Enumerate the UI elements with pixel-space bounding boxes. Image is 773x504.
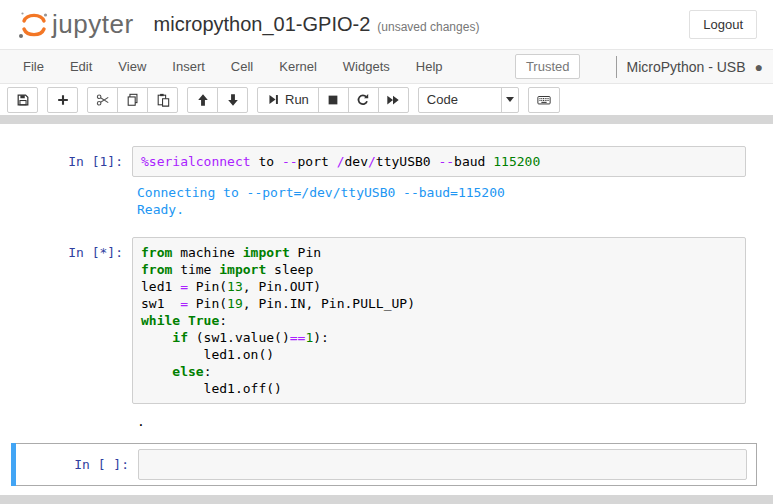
page-bottom-strip: [0, 495, 773, 504]
input-prompt: In [1]:: [0, 146, 132, 177]
code-editor[interactable]: [147, 456, 738, 473]
cell-2-output: .: [0, 413, 773, 430]
cell-1-output: Connecting to --port=/dev/ttyUSB0 --baud…: [0, 184, 773, 218]
step-forward-icon: [267, 93, 280, 106]
restart-kernel-button[interactable]: [348, 87, 379, 113]
logout-button[interactable]: Logout: [689, 10, 757, 39]
code-input-1[interactable]: %serialconnect to --port /dev/ttyUSB0 --…: [132, 146, 746, 177]
kernel-indicator-area: MicroPython - USB ●: [616, 56, 763, 78]
output-line: Connecting to --port=/dev/ttyUSB0 --baud…: [137, 184, 505, 201]
jupyter-logo-text: jupyter: [52, 9, 134, 40]
move-cell-down-button[interactable]: [217, 87, 248, 113]
toolbar: Run Code: [0, 84, 773, 115]
cell-type-caret: [501, 88, 518, 112]
move-down-icon: [226, 93, 240, 107]
cut-icon: [96, 93, 110, 107]
cell-type-select[interactable]: Code: [418, 87, 519, 113]
code-input-3[interactable]: [138, 449, 747, 480]
menu-insert[interactable]: Insert: [159, 59, 218, 74]
command-palette-button[interactable]: [528, 87, 560, 113]
restart-kernel-icon: [356, 93, 370, 107]
input-prompt: In [ ]:: [17, 449, 138, 480]
code-editor[interactable]: from machine import Pinfrom time import …: [141, 244, 737, 397]
menu-kernel[interactable]: Kernel: [266, 59, 330, 74]
menu-view[interactable]: View: [105, 59, 159, 74]
menu-widgets[interactable]: Widgets: [330, 59, 403, 74]
code-cell-1: In [1]: %serialconnect to --port /dev/tt…: [0, 146, 773, 218]
kernel-divider: [616, 56, 617, 78]
cell-type-value: Code: [419, 92, 501, 107]
trusted-badge[interactable]: Trusted: [515, 54, 581, 79]
restart-run-all-button[interactable]: [378, 87, 409, 113]
save-icon: [16, 93, 30, 107]
run-button-label: Run: [285, 92, 309, 107]
input-prompt: In [*]:: [0, 237, 132, 404]
fast-forward-icon: [386, 93, 400, 107]
menu-cell[interactable]: Cell: [218, 59, 266, 74]
menu-bar: File Edit View Insert Cell Kernel Widget…: [0, 50, 773, 84]
copy-cell-button[interactable]: [117, 87, 148, 113]
add-cell-button[interactable]: [47, 87, 78, 113]
move-cell-up-button[interactable]: [187, 87, 218, 113]
toolbar-notebook-divider: [0, 115, 773, 124]
menu-help[interactable]: Help: [403, 59, 456, 74]
header: jupyter micropython_01-GPIO-2 (unsaved c…: [0, 0, 773, 50]
paste-icon: [156, 93, 170, 107]
code-cell-2: In [*]: from machine import Pinfrom time…: [0, 237, 773, 430]
notebook-title[interactable]: micropython_01-GPIO-2: [154, 13, 371, 36]
menu-edit[interactable]: Edit: [57, 59, 105, 74]
kernel-busy-indicator-icon: ●: [755, 60, 763, 74]
jupyter-logo[interactable]: jupyter: [16, 8, 134, 42]
add-cell-icon: [56, 93, 70, 107]
cut-cell-button[interactable]: [87, 87, 118, 113]
save-button[interactable]: [7, 87, 38, 113]
interrupt-kernel-button[interactable]: [318, 87, 349, 113]
move-up-icon: [196, 93, 210, 107]
output-line: .: [137, 413, 145, 430]
stop-icon: [326, 93, 340, 107]
paste-cell-button[interactable]: [147, 87, 178, 113]
code-cell-3-selected[interactable]: In [ ]:: [11, 443, 757, 486]
code-input-2[interactable]: from machine import Pinfrom time import …: [132, 237, 746, 404]
output-line: Ready.: [137, 201, 505, 218]
menu-file[interactable]: File: [10, 59, 57, 74]
dropdown-caret-icon: [506, 97, 514, 102]
code-editor[interactable]: %serialconnect to --port /dev/ttyUSB0 --…: [141, 153, 737, 170]
copy-icon: [126, 93, 140, 107]
selected-cell-bar: [11, 443, 16, 486]
autosave-status: (unsaved changes): [377, 20, 479, 34]
run-cell-button[interactable]: Run: [257, 87, 319, 113]
kernel-name: MicroPython - USB: [626, 59, 745, 75]
keyboard-icon: [536, 93, 552, 107]
jupyter-logo-icon: [16, 8, 50, 42]
notebook-area: In [1]: %serialconnect to --port /dev/tt…: [0, 124, 773, 495]
